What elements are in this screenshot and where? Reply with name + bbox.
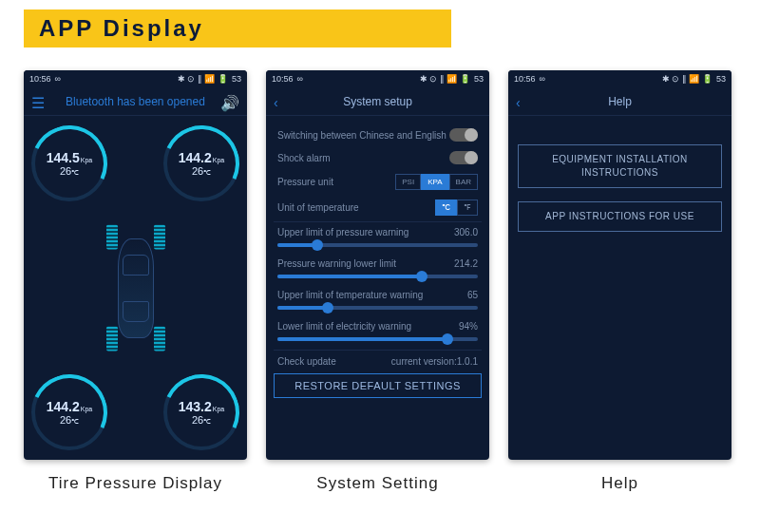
pressure-value: 143.2 (179, 399, 212, 414)
status-bar: 10:56 ∞ ✱ ⊙ ‖ 📶 🔋 53 (266, 70, 489, 87)
toggle-shock[interactable] (449, 151, 478, 164)
restore-defaults-button[interactable]: RESTORE DEFAULT SETTINGS (274, 373, 482, 398)
sound-icon[interactable]: 🔊 (220, 94, 239, 112)
slider-label: Upper limit of pressure warning (277, 227, 408, 238)
header-title: Bluetooth has been opened (66, 95, 205, 108)
seg-bar[interactable]: BAR (449, 174, 478, 190)
slider-upper-pressure: Upper limit of pressure warning 306.0 (274, 223, 482, 255)
setting-row-check-update[interactable]: Check update current version:1.0.1 (274, 352, 482, 371)
status-link-icon: ∞ (540, 74, 545, 84)
header-title: System setup (343, 95, 412, 108)
phone-3: 10:56 ∞ ✱ ⊙ ‖ 📶 🔋 53 ‹ Help EQUIPMENT IN… (508, 70, 732, 460)
status-battery: 53 (716, 74, 726, 84)
phone-2: 10:56 ∞ ✱ ⊙ ‖ 📶 🔋 53 ‹ System setup Swit… (266, 70, 489, 460)
status-icons: ✱ ⊙ ‖ 📶 🔋 (420, 74, 470, 84)
tire-gauge-front-left: 144.5Kpa 26℃ (31, 125, 107, 201)
pressure-unit: Kpa (213, 157, 224, 163)
menu-icon[interactable]: ☰ (31, 94, 45, 112)
header-title: Help (608, 95, 632, 108)
seg-fahrenheit[interactable]: ℉ (457, 200, 478, 216)
tire-gauge-rear-right: 143.2Kpa 26℃ (163, 374, 239, 450)
status-time: 10:56 (272, 74, 294, 84)
segment-temp-unit: ℃ ℉ (435, 200, 478, 216)
temp-unit: ℃ (203, 418, 211, 425)
slider-upper-temp: Upper limit of temperature warning 65 (274, 286, 482, 317)
banner-title: APP Display (39, 15, 204, 41)
status-link-icon: ∞ (55, 74, 61, 84)
slider-lower-electricity: Lower limit of electricity warning 94% (274, 317, 482, 349)
temp-value: 26 (192, 165, 203, 177)
slider-track[interactable] (277, 306, 478, 310)
segment-pressure-unit: PSI KPA BAR (395, 174, 478, 190)
seg-psi[interactable]: PSI (395, 174, 421, 190)
status-time: 10:56 (514, 74, 536, 84)
tire-gauge-front-right: 144.2Kpa 26℃ (163, 125, 239, 201)
phone-3-column: 10:56 ∞ ✱ ⊙ ‖ 📶 🔋 53 ‹ Help EQUIPMENT IN… (508, 70, 732, 494)
equipment-instructions-button[interactable]: EQUIPMENT INSTALLATION INSTRUCTIONS (518, 144, 722, 188)
slider-value: 94% (459, 321, 478, 332)
setting-label: Switching between Chinese and English (277, 130, 446, 141)
status-battery: 53 (232, 74, 241, 84)
status-icons: ✱ ⊙ ‖ 📶 🔋 (662, 74, 712, 84)
version-text: current version:1.0.1 (391, 356, 478, 367)
seg-kpa[interactable]: KPA (421, 174, 448, 190)
wheel-icon (154, 225, 165, 250)
slider-label: Lower limit of electricity warning (277, 321, 411, 332)
car-illustration (103, 219, 169, 357)
temp-unit: ℃ (71, 169, 79, 176)
tire-display: 144.5Kpa 26℃ 144.2Kpa 26℃ 144.2Kpa 26℃ (24, 116, 247, 460)
status-icons: ✱ ⊙ ‖ 📶 🔋 (178, 74, 228, 84)
setting-label: Shock alarm (277, 153, 331, 163)
pressure-value: 144.2 (47, 399, 80, 414)
app-header: ☰ Bluetooth has been opened 🔊 (24, 87, 247, 116)
slider-track[interactable] (277, 337, 478, 341)
toggle-language[interactable] (449, 128, 478, 142)
app-instructions-button[interactable]: APP INSTRUCTIONS FOR USE (518, 201, 722, 232)
temp-unit: ℃ (71, 418, 79, 425)
seg-celsius[interactable]: ℃ (435, 200, 457, 216)
setting-label: Pressure unit (277, 177, 333, 187)
app-header: ‹ Help (508, 87, 732, 116)
wheel-icon (106, 225, 118, 250)
slider-value: 214.2 (454, 258, 478, 269)
pressure-unit: Kpa (213, 406, 224, 412)
slider-value: 65 (467, 290, 478, 300)
slider-track[interactable] (277, 275, 478, 278)
setting-row-temp-unit: Unit of temperature ℃ ℉ (274, 195, 482, 220)
wheel-icon (154, 327, 165, 352)
wheel-icon (106, 327, 118, 352)
setting-row-shock: Shock alarm (274, 146, 482, 169)
phone-1-caption: Tire Pressure Display (48, 473, 222, 494)
phone-2-caption: System Setting (316, 473, 438, 494)
temp-value: 26 (60, 165, 71, 177)
status-time: 10:56 (29, 74, 51, 84)
status-bar: 10:56 ∞ ✱ ⊙ ‖ 📶 🔋 53 (508, 70, 732, 87)
phone-1-column: 10:56 ∞ ✱ ⊙ ‖ 📶 🔋 53 ☰ Bluetooth has bee… (24, 70, 247, 494)
pressure-value: 144.5 (47, 150, 80, 165)
temp-unit: ℃ (203, 169, 211, 176)
pressure-unit: Kpa (81, 157, 92, 163)
phone-1: 10:56 ∞ ✱ ⊙ ‖ 📶 🔋 53 ☰ Bluetooth has bee… (24, 70, 247, 460)
pressure-unit: Kpa (81, 406, 92, 412)
slider-label: Upper limit of temperature warning (277, 290, 423, 300)
slider-track[interactable] (277, 243, 478, 247)
phone-3-caption: Help (601, 473, 638, 494)
setting-row-pressure-unit: Pressure unit PSI KPA BAR (274, 169, 482, 195)
back-icon[interactable]: ‹ (274, 95, 278, 110)
help-body: EQUIPMENT INSTALLATION INSTRUCTIONS APP … (508, 116, 732, 460)
app-header: ‹ System setup (266, 87, 489, 116)
phone-screenshots-row: 10:56 ∞ ✱ ⊙ ‖ 📶 🔋 53 ☰ Bluetooth has bee… (24, 70, 736, 494)
temp-value: 26 (60, 414, 71, 426)
check-update-label: Check update (277, 356, 336, 367)
pressure-value: 144.2 (179, 150, 212, 165)
settings-body: Switching between Chinese and English Sh… (266, 116, 489, 460)
phone-2-column: 10:56 ∞ ✱ ⊙ ‖ 📶 🔋 53 ‹ System setup Swit… (266, 70, 489, 494)
status-battery: 53 (474, 74, 484, 84)
temp-value: 26 (192, 414, 203, 426)
status-bar: 10:56 ∞ ✱ ⊙ ‖ 📶 🔋 53 (24, 70, 247, 87)
setting-row-language: Switching between Chinese and English (274, 124, 482, 146)
slider-value: 306.0 (454, 227, 478, 238)
slider-lower-pressure: Pressure warning lower limit 214.2 (274, 255, 482, 286)
back-icon[interactable]: ‹ (516, 95, 521, 110)
section-banner: APP Display (24, 10, 451, 48)
